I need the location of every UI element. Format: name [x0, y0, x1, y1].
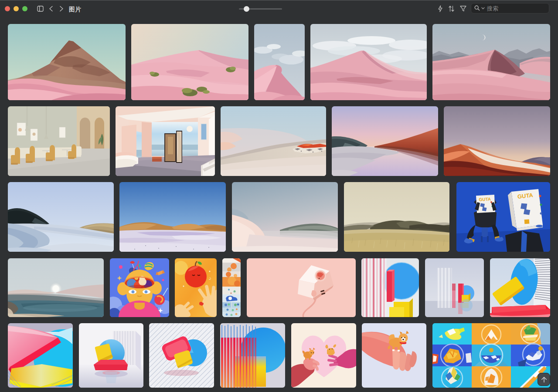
svg-text:GUTA: GUTA — [479, 196, 491, 202]
